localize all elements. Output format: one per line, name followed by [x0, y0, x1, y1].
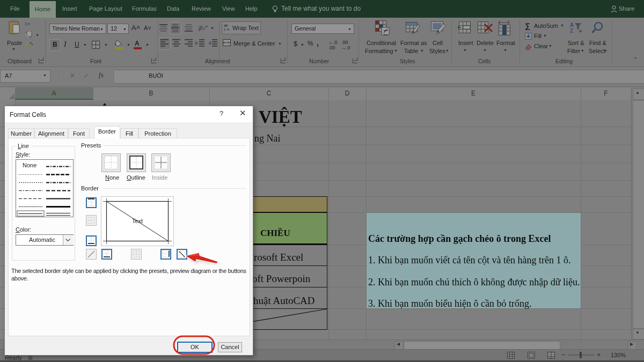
svg-text:ab: ab: [224, 24, 228, 27]
svg-text:ab: ab: [199, 24, 204, 32]
svg-text:Z: Z: [570, 28, 573, 34]
svg-text:A: A: [570, 22, 574, 28]
svg-text:c: c: [224, 27, 226, 31]
svg-text:Text: Text: [132, 218, 143, 224]
